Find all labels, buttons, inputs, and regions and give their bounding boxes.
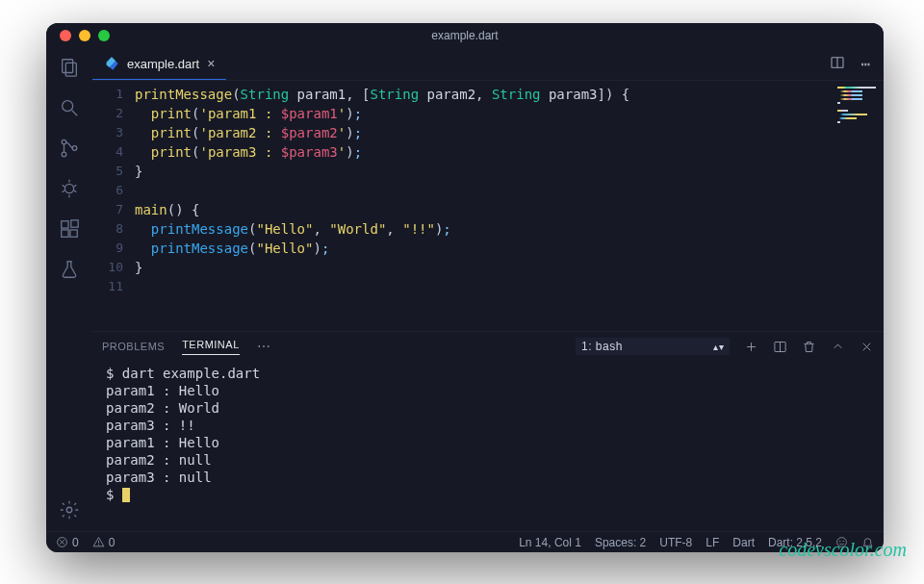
status-bar: 0 0 Ln 14, Col 1 Spaces: 2 UTF-8 LF Dart… bbox=[46, 531, 884, 552]
svg-line-10 bbox=[63, 185, 65, 187]
code-line[interactable]: printMessage("Hello"); bbox=[135, 239, 834, 258]
code-line[interactable]: printMessage(String param1, [String para… bbox=[135, 85, 834, 104]
svg-rect-0 bbox=[63, 60, 73, 73]
terminal-line: param3 : !! bbox=[106, 417, 870, 434]
code-line[interactable]: } bbox=[135, 258, 834, 277]
status-warnings[interactable]: 0 bbox=[92, 536, 116, 549]
terminal-cursor bbox=[122, 488, 130, 502]
svg-point-4 bbox=[62, 140, 66, 144]
window-minimize-button[interactable] bbox=[79, 30, 90, 41]
terminal-line: $ dart example.dart bbox=[106, 365, 870, 382]
panel-tab-problems[interactable]: PROBLEMS bbox=[102, 341, 165, 352]
close-tab-icon[interactable]: × bbox=[207, 56, 215, 71]
svg-line-12 bbox=[63, 190, 65, 192]
status-encoding[interactable]: UTF-8 bbox=[659, 536, 692, 549]
status-indentation[interactable]: Spaces: 2 bbox=[595, 536, 646, 549]
svg-point-18 bbox=[66, 507, 72, 513]
activity-bar bbox=[46, 48, 92, 531]
line-number: 5 bbox=[92, 162, 123, 181]
code-line[interactable]: print('param1 : $param1'); bbox=[135, 104, 834, 123]
maximize-panel-icon[interactable] bbox=[830, 339, 845, 354]
terminal-shell-select[interactable]: 1: bash ▴▾ bbox=[576, 338, 730, 355]
status-eol[interactable]: LF bbox=[706, 536, 719, 549]
settings-gear-icon[interactable] bbox=[58, 498, 81, 521]
explorer-icon[interactable] bbox=[58, 56, 81, 79]
code-line[interactable] bbox=[135, 181, 834, 200]
code-line[interactable]: print('param2 : $param2'); bbox=[135, 123, 834, 142]
svg-rect-16 bbox=[70, 230, 77, 237]
svg-point-6 bbox=[72, 146, 77, 151]
line-number: 6 bbox=[92, 181, 123, 200]
code-line[interactable]: } bbox=[135, 162, 834, 181]
svg-line-13 bbox=[74, 190, 77, 192]
svg-point-5 bbox=[62, 152, 66, 157]
terminal-line: param3 : null bbox=[106, 469, 870, 486]
dropdown-arrows-icon: ▴▾ bbox=[713, 342, 724, 352]
new-terminal-icon[interactable] bbox=[743, 339, 758, 354]
status-cursor-position[interactable]: Ln 14, Col 1 bbox=[519, 536, 581, 549]
tab-example-dart[interactable]: example.dart × bbox=[92, 48, 226, 80]
minimap[interactable] bbox=[834, 81, 884, 331]
watermark: codevscolor.com bbox=[779, 539, 907, 561]
debug-icon[interactable] bbox=[58, 177, 81, 200]
dart-file-icon bbox=[104, 56, 119, 71]
window-title: example.dart bbox=[46, 29, 884, 42]
line-number: 11 bbox=[92, 277, 123, 296]
code-line[interactable]: main() { bbox=[135, 200, 834, 219]
editor-column: example.dart × ⋯ 1234567891011 printMess… bbox=[92, 48, 884, 531]
shell-select-label: 1: bash bbox=[581, 340, 623, 353]
svg-rect-15 bbox=[62, 230, 68, 237]
title-bar: example.dart bbox=[46, 23, 884, 48]
line-number: 9 bbox=[92, 239, 123, 258]
search-icon[interactable] bbox=[58, 96, 81, 119]
more-actions-icon[interactable]: ⋯ bbox=[860, 55, 870, 73]
line-number: 2 bbox=[92, 104, 123, 123]
svg-rect-14 bbox=[62, 221, 68, 228]
terminal-line: param2 : null bbox=[106, 451, 870, 469]
terminal-line: param1 : Hello bbox=[106, 382, 870, 399]
extensions-icon[interactable] bbox=[58, 217, 81, 241]
code-line[interactable]: printMessage("Hello", "World", "!!"); bbox=[135, 219, 834, 239]
terminal-prompt[interactable]: $ bbox=[106, 486, 870, 503]
window-maximize-button[interactable] bbox=[98, 30, 110, 41]
code-line[interactable]: print('param3 : $param3'); bbox=[135, 142, 834, 162]
tab-bar: example.dart × ⋯ bbox=[92, 48, 884, 81]
test-icon[interactable] bbox=[58, 258, 81, 281]
source-control-icon[interactable] bbox=[58, 137, 81, 160]
line-number: 4 bbox=[92, 142, 123, 162]
terminal-output[interactable]: $ dart example.dartparam1 : Helloparam2 … bbox=[92, 361, 884, 531]
svg-rect-1 bbox=[65, 63, 76, 76]
bottom-panel: PROBLEMS TERMINAL ⋯ 1: bash ▴▾ bbox=[92, 331, 884, 531]
svg-line-11 bbox=[74, 185, 77, 187]
line-number: 3 bbox=[92, 123, 123, 142]
code-line[interactable] bbox=[135, 277, 834, 296]
status-language[interactable]: Dart bbox=[732, 536, 755, 549]
svg-point-7 bbox=[64, 184, 73, 192]
status-errors[interactable]: 0 bbox=[56, 536, 79, 549]
tab-label: example.dart bbox=[127, 57, 199, 71]
kill-terminal-icon[interactable] bbox=[801, 339, 816, 354]
split-editor-icon[interactable] bbox=[830, 55, 845, 73]
vscode-window: example.dart bbox=[46, 23, 884, 552]
line-number-gutter: 1234567891011 bbox=[92, 81, 135, 331]
svg-rect-17 bbox=[71, 220, 78, 227]
svg-point-31 bbox=[98, 545, 99, 546]
panel-tab-bar: PROBLEMS TERMINAL ⋯ 1: bash ▴▾ bbox=[92, 332, 884, 361]
split-terminal-icon[interactable] bbox=[772, 339, 787, 354]
svg-line-3 bbox=[72, 111, 78, 116]
code-editor[interactable]: 1234567891011 printMessage(String param1… bbox=[92, 81, 884, 331]
svg-point-2 bbox=[63, 101, 73, 112]
close-panel-icon[interactable] bbox=[859, 339, 874, 354]
line-number: 1 bbox=[92, 85, 123, 104]
terminal-line: param1 : Hello bbox=[106, 434, 870, 451]
window-close-button[interactable] bbox=[60, 30, 71, 41]
line-number: 10 bbox=[92, 258, 123, 277]
panel-tab-terminal[interactable]: TERMINAL bbox=[182, 339, 240, 355]
panel-more-icon[interactable]: ⋯ bbox=[257, 339, 271, 354]
terminal-line: param2 : World bbox=[106, 399, 870, 417]
code-content[interactable]: printMessage(String param1, [String para… bbox=[135, 81, 834, 331]
line-number: 8 bbox=[92, 219, 123, 239]
line-number: 7 bbox=[92, 200, 123, 219]
